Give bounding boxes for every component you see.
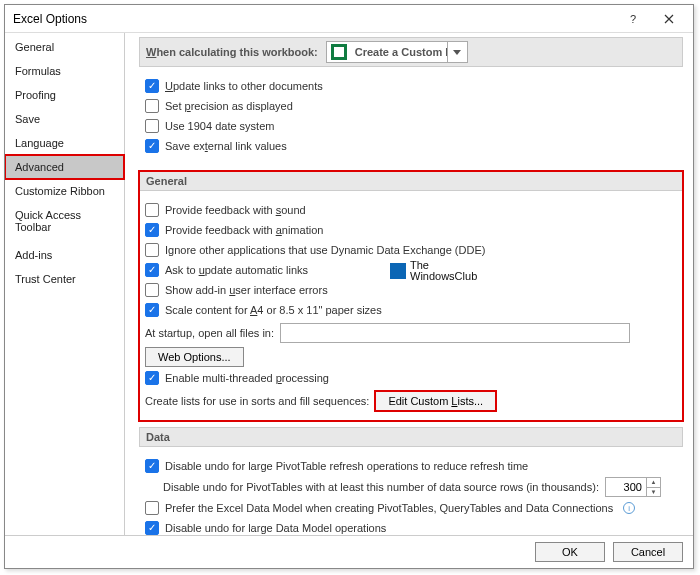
sidebar-item-quick-access-toolbar[interactable]: Quick Access Toolbar	[5, 203, 124, 239]
pivot-rows-label: Disable undo for PivotTables with at lea…	[163, 481, 599, 493]
dialog-footer: OK Cancel	[5, 535, 693, 568]
sidebar-item-proofing[interactable]: Proofing	[5, 83, 124, 107]
excel-icon	[331, 44, 347, 60]
opt-label: Use 1904 date system	[165, 120, 274, 132]
ok-button[interactable]: OK	[535, 542, 605, 562]
checkbox-update-links[interactable]	[145, 79, 159, 93]
checkbox-prefer-dm[interactable]	[145, 501, 159, 515]
opt-label: Provide feedback with sound	[165, 204, 306, 216]
opt-label: Prefer the Excel Data Model when creatin…	[165, 502, 613, 514]
workbook-select-value: Create a Custom Li...	[351, 46, 447, 58]
checkbox-scale[interactable]	[145, 303, 159, 317]
data-section-body: Disable undo for large PivotTable refres…	[139, 447, 683, 535]
checkbox-ext-link[interactable]	[145, 139, 159, 153]
checkbox-1904[interactable]	[145, 119, 159, 133]
opt-label: Save external link values	[165, 140, 287, 152]
cancel-button[interactable]: Cancel	[613, 542, 683, 562]
info-icon[interactable]: i	[623, 502, 635, 514]
sidebar: General Formulas Proofing Save Language …	[5, 33, 125, 535]
spinner-down-icon[interactable]: ▼	[647, 488, 660, 497]
checkbox-pivot-undo[interactable]	[145, 459, 159, 473]
opt-label: Ask to update automatic links	[165, 264, 308, 276]
close-button[interactable]	[651, 6, 687, 32]
sidebar-item-add-ins[interactable]: Add-ins	[5, 243, 124, 267]
opt-label: Provide feedback with animation	[165, 224, 323, 236]
sidebar-item-advanced[interactable]: Advanced	[5, 155, 124, 179]
excel-options-dialog: Excel Options ? General Formulas Proofin…	[4, 4, 694, 569]
sidebar-item-save[interactable]: Save	[5, 107, 124, 131]
opt-label: Update links to other documents	[165, 80, 323, 92]
pivot-rows-input[interactable]	[606, 478, 646, 496]
main-panel: When calculating this workbook: Create a…	[125, 33, 693, 535]
startup-path-input[interactable]	[280, 323, 630, 343]
web-options-button[interactable]: Web Options...	[145, 347, 244, 367]
checkbox-animation[interactable]	[145, 223, 159, 237]
opt-label: Enable multi-threaded processing	[165, 372, 329, 384]
opt-label: Disable undo for large PivotTable refres…	[165, 460, 528, 472]
window-title: Excel Options	[13, 12, 615, 26]
checkbox-addin-errors[interactable]	[145, 283, 159, 297]
opt-label: Set precision as displayed	[165, 100, 293, 112]
general-section-body: Provide feedback with sound Provide feed…	[139, 191, 683, 421]
calc-head-label: When calculating this workbook:	[146, 46, 318, 58]
opt-label: Show add-in user interface errors	[165, 284, 328, 296]
checkbox-precision[interactable]	[145, 99, 159, 113]
opt-label: Ignore other applications that use Dynam…	[165, 244, 485, 256]
chevron-down-icon	[447, 42, 467, 62]
calc-section-head: When calculating this workbook: Create a…	[139, 37, 683, 67]
titlebar: Excel Options ?	[5, 5, 693, 33]
spinner-up-icon[interactable]: ▲	[647, 478, 660, 488]
general-section-head: General	[139, 171, 683, 191]
help-button[interactable]: ?	[615, 6, 651, 32]
edit-custom-lists-button[interactable]: Edit Custom Lists...	[375, 391, 496, 411]
checkbox-sound[interactable]	[145, 203, 159, 217]
checkbox-dm-undo[interactable]	[145, 521, 159, 535]
startup-label: At startup, open all files in:	[145, 327, 274, 339]
checkbox-multithread[interactable]	[145, 371, 159, 385]
checkbox-dde[interactable]	[145, 243, 159, 257]
checkbox-auto-links[interactable]	[145, 263, 159, 277]
pivot-rows-spinner[interactable]: ▲▼	[605, 477, 661, 497]
sidebar-item-trust-center[interactable]: Trust Center	[5, 267, 124, 291]
opt-label: Scale content for A4 or 8.5 x 11" paper …	[165, 304, 382, 316]
sidebar-item-customize-ribbon[interactable]: Customize Ribbon	[5, 179, 124, 203]
sidebar-item-language[interactable]: Language	[5, 131, 124, 155]
data-section-head: Data	[139, 427, 683, 447]
calc-section-body: Update links to other documents Set prec…	[139, 67, 683, 165]
custom-lists-label: Create lists for use in sorts and fill s…	[145, 395, 369, 407]
sidebar-item-general[interactable]: General	[5, 35, 124, 59]
sidebar-item-formulas[interactable]: Formulas	[5, 59, 124, 83]
workbook-select[interactable]: Create a Custom Li...	[326, 41, 468, 63]
opt-label: Disable undo for large Data Model operat…	[165, 522, 386, 534]
general-section-highlight: General Provide feedback with sound Prov…	[139, 171, 683, 421]
